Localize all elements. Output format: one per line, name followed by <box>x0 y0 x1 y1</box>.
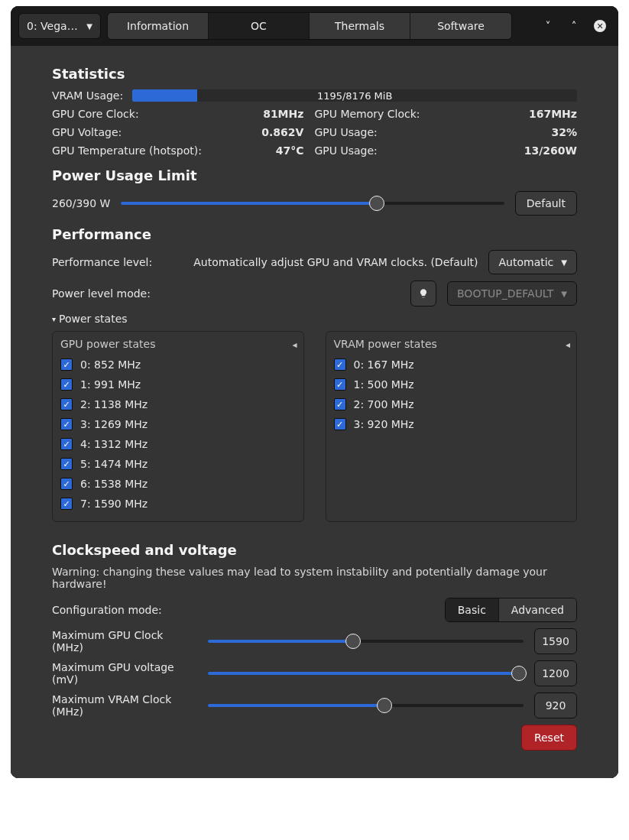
reset-row: Reset <box>52 725 577 751</box>
clockspeed-row-2-slider[interactable] <box>208 696 524 715</box>
gpu-state-2: ✓2: 1138 MHz <box>60 394 296 414</box>
clockspeed-row-2-value[interactable]: 920 <box>534 692 577 718</box>
power-limit-heading: Power Usage Limit <box>52 167 577 183</box>
vram-state-0: ✓0: 167 MHz <box>334 355 569 375</box>
gpu-state-1: ✓1: 991 MHz <box>60 375 296 394</box>
config-mode-segmented: Basic Advanced <box>445 598 577 622</box>
close-button[interactable]: ✕ <box>592 18 608 34</box>
gpu-state-3-label: 3: 1269 MHz <box>80 418 148 430</box>
power-states-toggle[interactable]: ▾ Power states <box>52 313 577 325</box>
performance-level-desc: Automatically adjust GPU and VRAM clocks… <box>163 256 478 268</box>
config-mode-row: Configuration mode: Basic Advanced <box>52 598 577 622</box>
chevron-down-icon: ▼ <box>561 258 567 267</box>
vram-state-3-label: 3: 920 MHz <box>354 418 414 430</box>
gpu-voltage-value: 0.862V <box>261 126 303 138</box>
collapse-left-icon[interactable]: ◂ <box>292 339 297 350</box>
gpu-state-4-checkbox[interactable]: ✓ <box>60 438 73 450</box>
chevron-down-icon: ▼ <box>86 22 92 31</box>
gpu-temp-value: 47°C <box>261 144 303 157</box>
triangle-down-icon: ▾ <box>52 315 56 323</box>
performance-level-dropdown[interactable]: Automatic ▼ <box>488 250 577 274</box>
statistics-heading: Statistics <box>52 66 577 82</box>
vram-state-3: ✓3: 920 MHz <box>334 414 569 434</box>
clockspeed-heading: Clockspeed and voltage <box>52 542 577 558</box>
vram-power-states-title: VRAM power states <box>334 338 569 350</box>
vram-power-states-box: VRAM power states ◂ ✓0: 167 MHz✓1: 500 M… <box>326 331 578 522</box>
chevron-down-icon: ▼ <box>561 290 567 298</box>
window-controls: ˅ ˄ ✕ <box>540 18 611 34</box>
clockspeed-row-1-value[interactable]: 1200 <box>534 660 577 686</box>
gpu-usage-value: 32% <box>524 126 577 138</box>
clockspeed-warning: Warning: changing these values may lead … <box>52 566 577 590</box>
power-mode-row: Power level mode: BOOTUP_DEFAULT ▼ <box>52 281 577 306</box>
power-mode-label: Power level mode: <box>52 287 151 300</box>
tab-oc[interactable]: OC <box>209 13 310 39</box>
gpu-memory-clock-value: 167MHz <box>524 108 577 120</box>
power-limit-row: 260/390 W Default <box>52 191 577 216</box>
tab-thermals[interactable]: Thermals <box>310 13 410 39</box>
clockspeed-row-0-slider[interactable] <box>208 632 524 650</box>
gpu-selector-dropdown[interactable]: 0: Vega 1… ▼ <box>18 13 101 39</box>
vram-state-1-checkbox[interactable]: ✓ <box>334 378 346 391</box>
chevron-down-icon[interactable]: ˅ <box>540 18 556 34</box>
gpu-state-0: ✓0: 852 MHz <box>60 355 296 375</box>
gpu-state-3: ✓3: 1269 MHz <box>60 414 296 434</box>
gpu-state-0-checkbox[interactable]: ✓ <box>60 358 73 371</box>
gpu-state-6-checkbox[interactable]: ✓ <box>60 478 73 490</box>
gpu-state-0-label: 0: 852 MHz <box>80 358 141 371</box>
clockspeed-row-2: Maximum VRAM Clock (MHz)920 <box>52 692 577 718</box>
power-limit-default-button[interactable]: Default <box>515 191 577 216</box>
gpu-state-5-label: 5: 1474 MHz <box>80 458 148 470</box>
chevron-up-icon[interactable]: ˄ <box>566 18 582 34</box>
reset-button[interactable]: Reset <box>521 725 577 751</box>
power-limit-slider[interactable] <box>121 194 504 212</box>
tab-information[interactable]: Information <box>108 13 209 39</box>
gpu-power-label: GPU Usage: <box>314 144 513 157</box>
gpu-state-7: ✓7: 1590 MHz <box>60 494 296 514</box>
config-mode-advanced[interactable]: Advanced <box>498 598 576 621</box>
vram-usage-bar: 1195/8176 MiB <box>132 89 577 102</box>
vram-state-3-checkbox[interactable]: ✓ <box>334 418 346 430</box>
clockspeed-row-1-label: Maximum GPU voltage (mV) <box>52 661 197 686</box>
clockspeed-row-1-slider[interactable] <box>208 664 524 683</box>
vram-state-1-label: 1: 500 MHz <box>354 378 414 391</box>
statistics-grid: GPU Core Clock: 81MHz GPU Memory Clock: … <box>52 108 577 157</box>
gpu-core-clock-label: GPU Core Clock: <box>52 108 251 120</box>
gpu-state-3-checkbox[interactable]: ✓ <box>60 418 73 430</box>
vram-state-2-checkbox[interactable]: ✓ <box>334 398 346 410</box>
performance-heading: Performance <box>52 226 577 242</box>
gpu-usage-label: GPU Usage: <box>314 126 513 138</box>
vram-state-2-label: 2: 700 MHz <box>354 398 414 410</box>
gpu-state-1-checkbox[interactable]: ✓ <box>60 378 73 391</box>
gpu-state-5-checkbox[interactable]: ✓ <box>60 458 73 470</box>
vram-state-2: ✓2: 700 MHz <box>334 394 569 414</box>
gpu-state-2-label: 2: 1138 MHz <box>80 398 148 410</box>
clockspeed-row-0-label: Maximum GPU Clock (MHz) <box>52 629 197 654</box>
performance-level-label: Performance level: <box>52 256 152 268</box>
gpu-state-2-checkbox[interactable]: ✓ <box>60 398 73 410</box>
gpu-selector-label: 0: Vega 1… <box>27 20 80 32</box>
gpu-power-states-title: GPU power states <box>60 338 296 350</box>
collapse-left-icon[interactable]: ◂ <box>566 339 570 350</box>
gpu-state-4: ✓4: 1312 MHz <box>60 434 296 454</box>
vram-state-0-label: 0: 167 MHz <box>354 358 414 371</box>
power-states-columns: GPU power states ◂ ✓0: 852 MHz✓1: 991 MH… <box>52 331 577 522</box>
top-bar: 0: Vega 1… ▼ Information OC Thermals Sof… <box>11 6 618 46</box>
clockspeed-row-0-value[interactable]: 1590 <box>534 628 577 654</box>
main-tabs: Information OC Thermals Software <box>107 12 512 40</box>
gpu-state-7-label: 7: 1590 MHz <box>80 498 148 510</box>
tab-software[interactable]: Software <box>410 13 511 39</box>
clockspeed-row-1: Maximum GPU voltage (mV)1200 <box>52 660 577 686</box>
gpu-state-7-checkbox[interactable]: ✓ <box>60 498 73 510</box>
gpu-state-6: ✓6: 1538 MHz <box>60 474 296 494</box>
gpu-memory-clock-label: GPU Memory Clock: <box>314 108 513 120</box>
power-limit-value: 260/390 W <box>52 197 110 209</box>
vram-state-0-checkbox[interactable]: ✓ <box>334 358 346 371</box>
performance-level-row: Performance level: Automatically adjust … <box>52 250 577 274</box>
config-mode-basic[interactable]: Basic <box>446 598 498 621</box>
gpu-state-5: ✓5: 1474 MHz <box>60 454 296 474</box>
gpu-voltage-label: GPU Voltage: <box>52 126 251 138</box>
power-mode-hint-button[interactable] <box>410 281 436 306</box>
lightbulb-icon <box>418 288 429 299</box>
power-mode-dropdown[interactable]: BOOTUP_DEFAULT ▼ <box>447 281 577 306</box>
